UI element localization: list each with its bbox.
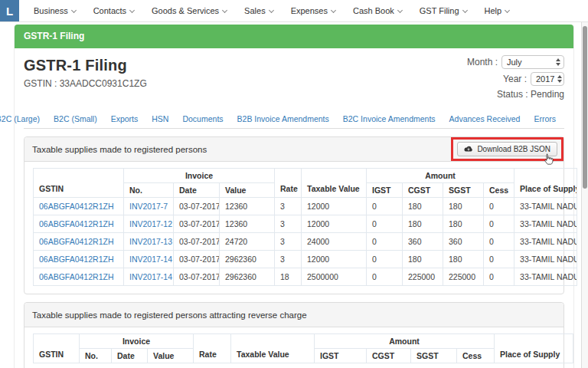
section-body: GSTINInvoiceRateTaxable ValueAmountPlace… xyxy=(24,162,564,294)
tab-b2c-invoice-amendments[interactable]: B2C Invoice Amendments xyxy=(336,110,443,128)
menu-item-contacts[interactable]: Contacts xyxy=(93,6,134,15)
section-title: Taxable supplies made to registered pers… xyxy=(32,145,207,154)
cell-cess: 0 xyxy=(484,233,514,251)
cell-date: 03-07-2017 xyxy=(174,233,220,251)
cell-place-of-supply: 33-TAMIL NADU xyxy=(514,251,577,268)
menu-item-gst-filing[interactable]: GST Filing xyxy=(420,6,467,15)
tab-errors[interactable]: Errors xyxy=(527,110,563,128)
col-rate: Rate xyxy=(275,169,302,198)
invoice-link[interactable]: INV2017-14 xyxy=(124,251,174,268)
col-amount: Amount xyxy=(367,169,514,183)
main-menu: BusinessContactsGoods & ServicesSalesExp… xyxy=(19,0,509,21)
col-date: Date xyxy=(174,183,220,198)
year-label: Year : xyxy=(503,74,527,84)
col-sgst: SGST xyxy=(411,349,457,363)
gstin-link[interactable]: 06ABGFA0412R1ZH xyxy=(34,215,124,233)
col-cgst: CGST xyxy=(367,349,411,363)
col-gstin: GSTIN xyxy=(34,169,124,198)
scrollbar-thumb[interactable] xyxy=(583,26,587,189)
cell-date: 03-07-2017 xyxy=(174,198,220,215)
panel-body: GSTR-1 Filing GSTIN : 33AADCC0931C1ZG Mo… xyxy=(15,48,573,368)
tab-b2b-invoice-amendments[interactable]: B2B Invoice Amendments xyxy=(230,110,336,128)
cell-place-of-supply: 33-TAMIL NADU xyxy=(514,198,577,215)
cell-sgst: 180 xyxy=(443,251,484,268)
tab-documents[interactable]: Documents xyxy=(175,110,230,128)
col-no: No. xyxy=(80,349,112,363)
app-logo[interactable]: L xyxy=(0,0,19,21)
cell-rate: 18 xyxy=(275,268,302,286)
table-row: 06ABGFA0412R1ZHINV2017-1403-07-201729623… xyxy=(34,268,577,286)
tab-b2c-small[interactable]: B2C (Small) xyxy=(47,110,104,128)
table-group-header-row: GSTINInvoiceRateTaxable ValueAmountPlace… xyxy=(34,334,573,349)
col-igst: IGST xyxy=(367,183,403,198)
cell-igst: 0 xyxy=(367,233,403,251)
menu-item-sales[interactable]: Sales xyxy=(244,6,273,15)
tab-advances-received[interactable]: Advances Received xyxy=(443,110,528,128)
menu-item-cash-book[interactable]: Cash Book xyxy=(353,6,402,15)
panel-heading: GSTR-1 Filing xyxy=(15,25,573,48)
gstin-link[interactable]: 06ABGFA0412R1ZH xyxy=(34,198,124,215)
col-invoice: Invoice xyxy=(80,334,194,349)
invoice-link[interactable]: INV2017-13 xyxy=(124,233,174,251)
tab-bar: B2BB2C (Large)B2C (Small)ExportsHSNDocum… xyxy=(24,109,564,129)
gstin-link[interactable]: 06ABGFA0412R1ZH xyxy=(34,233,124,251)
status-text: Status : Pending xyxy=(467,89,564,100)
cell-taxable-value: 12000 xyxy=(302,251,367,268)
download-button-label: Download B2B JSON xyxy=(477,145,550,153)
chevron-down-icon xyxy=(397,8,403,13)
year-select[interactable]: 2017 xyxy=(531,72,564,86)
cell-value: 12360 xyxy=(220,198,275,215)
cell-cess: 0 xyxy=(484,215,514,233)
cell-igst: 0 xyxy=(367,268,403,286)
cell-value: 12360 xyxy=(220,215,275,233)
reverse-charge-table: GSTINInvoiceRateTaxable ValueAmountPlace… xyxy=(33,334,573,363)
cell-sgst: 225000 xyxy=(443,268,484,286)
download-b2b-json-button[interactable]: Download B2B JSON xyxy=(457,142,557,156)
table-group-header-row: GSTINInvoiceRateTaxable ValueAmountPlace… xyxy=(34,169,577,183)
page-scrollbar[interactable] xyxy=(581,22,588,368)
section-body: GSTINInvoiceRateTaxable ValueAmountPlace… xyxy=(24,327,564,368)
col-cgst: CGST xyxy=(403,183,443,198)
menu-item-help[interactable]: Help xyxy=(485,6,510,15)
col-no: No. xyxy=(124,183,174,198)
col-taxable-value: Taxable Value xyxy=(231,334,315,363)
menu-item-expenses[interactable]: Expenses xyxy=(291,6,335,15)
cell-cess: 0 xyxy=(484,268,514,286)
cell-rate: 3 xyxy=(275,215,302,233)
section-heading: Taxable supplies made to registered pers… xyxy=(24,303,564,327)
chevron-down-icon xyxy=(331,8,336,13)
chevron-down-icon xyxy=(129,8,135,13)
cell-place-of-supply: 33-TAMIL NADU xyxy=(514,215,577,233)
col-value: Value xyxy=(220,183,275,198)
cell-rate: 3 xyxy=(275,198,302,215)
cell-taxable-value: 12000 xyxy=(302,215,367,233)
cell-igst: 0 xyxy=(367,251,403,268)
month-select[interactable]: July xyxy=(501,55,564,69)
menu-item-goods-services[interactable]: Goods & Services xyxy=(152,6,227,15)
tab-hsn[interactable]: HSN xyxy=(145,110,175,128)
cell-taxable-value: 12000 xyxy=(302,198,367,215)
cell-value: 24720 xyxy=(220,233,275,251)
filter-controls: Month : July Year : 2017 Status : P xyxy=(467,55,564,103)
cell-cess: 0 xyxy=(484,198,514,215)
gstin-link[interactable]: 06ABGFA0412R1ZH xyxy=(34,251,124,268)
page-header: GSTR-1 Filing GSTIN : 33AADCC0931C1ZG Mo… xyxy=(24,55,564,103)
invoice-link[interactable]: INV2017-7 xyxy=(124,198,174,215)
col-gstin: GSTIN xyxy=(34,334,80,363)
invoice-link[interactable]: INV2017-14 xyxy=(124,268,174,286)
cell-cgst: 225000 xyxy=(403,268,443,286)
cell-place-of-supply: 33-TAMIL NADU xyxy=(514,233,577,251)
col-date: Date xyxy=(112,349,148,363)
cell-cgst: 360 xyxy=(403,233,443,251)
col-amount: Amount xyxy=(315,334,495,349)
tab-exports[interactable]: Exports xyxy=(104,110,145,128)
gstin-link[interactable]: 06ABGFA0412R1ZH xyxy=(34,268,124,286)
menu-item-business[interactable]: Business xyxy=(34,6,76,15)
tab-b2c-large[interactable]: B2C (Large) xyxy=(0,110,47,128)
cell-cgst: 180 xyxy=(403,251,443,268)
page-title: GSTR-1 Filing xyxy=(24,57,147,74)
invoice-link[interactable]: INV2017-12 xyxy=(124,215,174,233)
chevron-down-icon xyxy=(505,8,510,13)
stepper-arrows-icon xyxy=(557,75,562,83)
col-cess: Cess xyxy=(484,183,514,198)
